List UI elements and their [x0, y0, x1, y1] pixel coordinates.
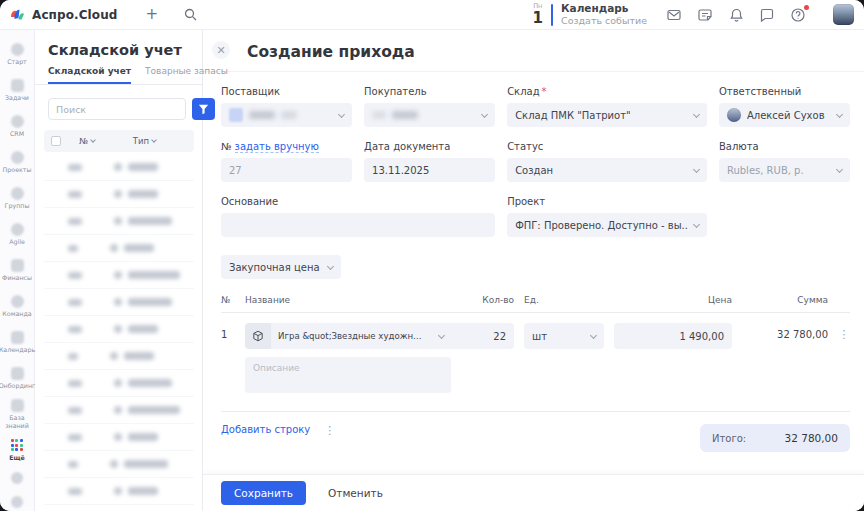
sidebar-item-groups[interactable]: Группы: [0, 180, 35, 216]
project-select[interactable]: ФПГ: Проверено. Доступно - вы..: [507, 213, 707, 237]
list-item[interactable]: [44, 451, 194, 478]
field-basis: Основание: [221, 196, 495, 237]
tab-goods-stock[interactable]: Товарные запасы: [145, 66, 228, 84]
create-event-link[interactable]: Создать событие: [561, 15, 647, 27]
sidebar-item-team[interactable]: Команда: [0, 288, 35, 324]
responsible-select[interactable]: Алексей Сухов: [719, 103, 850, 127]
list-item[interactable]: [44, 208, 194, 235]
groups-icon: [11, 187, 24, 200]
select-all-checkbox[interactable]: [51, 136, 61, 146]
field-number: № задать вручную 27: [221, 141, 352, 182]
chevron-down-icon: [693, 165, 700, 172]
sidebar-item-more[interactable]: Ещё: [0, 432, 35, 468]
buyer-select[interactable]: [364, 103, 495, 127]
items-table-header: № Название Кол-во Ед. Цена Сумма: [221, 295, 850, 313]
required-mark: *: [542, 86, 547, 97]
sidebar-item-start[interactable]: Старт: [0, 36, 35, 72]
list-item[interactable]: [44, 235, 194, 262]
chevron-down-icon: [590, 331, 597, 338]
create-plus-button[interactable]: +: [145, 7, 158, 22]
list-item[interactable]: [44, 316, 194, 343]
total-label: Итого:: [712, 433, 746, 444]
item-name-select[interactable]: Игра &quot;Звездные художники&quot;: [245, 323, 451, 349]
app-logo[interactable]: Аспро.Cloud: [10, 8, 117, 22]
knowledge-base-icon: [11, 399, 24, 412]
help-icon[interactable]: [789, 6, 807, 24]
app-name: Аспро.Cloud: [32, 8, 117, 22]
save-button[interactable]: Сохранить: [221, 481, 306, 505]
mail-icon[interactable]: [665, 6, 683, 24]
calendar-nav-icon: [11, 331, 24, 344]
set-number-manually-link[interactable]: задать вручную: [235, 141, 319, 153]
sidebar-item-projects[interactable]: Проекты: [0, 144, 35, 180]
status-select[interactable]: Создан: [507, 158, 707, 182]
list-item[interactable]: [44, 397, 194, 424]
price-type-select[interactable]: Закупочная цена: [221, 255, 341, 279]
item-sum: 32 780,00: [742, 323, 828, 340]
sidebar-item-tasks[interactable]: Задачи: [0, 72, 35, 108]
rail-extra-icon-2[interactable]: [11, 496, 23, 508]
bell-icon[interactable]: [727, 6, 745, 24]
list-header: № Тип: [44, 130, 194, 152]
rail-extra-icon-1[interactable]: [11, 472, 23, 484]
tab-warehouse-accounting[interactable]: Складской учет: [48, 66, 131, 84]
column-number[interactable]: №: [79, 136, 95, 146]
list-item[interactable]: [44, 370, 194, 397]
receipt-form-panel: ✕ Создание прихода Поставщик Покупатель: [203, 30, 864, 511]
team-icon: [11, 295, 24, 308]
list-item[interactable]: [44, 289, 194, 316]
field-supplier: Поставщик: [221, 86, 352, 127]
form-footer: Сохранить Отменить: [203, 474, 864, 511]
supplier-select[interactable]: [221, 103, 352, 127]
list-item[interactable]: [44, 154, 194, 181]
doc-date-input[interactable]: 13.11.2025: [364, 158, 495, 182]
number-input[interactable]: 27: [221, 158, 352, 182]
calendar-widget[interactable]: Пн 1 Календарь Создать событие: [533, 2, 647, 27]
sidebar-item-onboarding[interactable]: Онбординг: [0, 360, 35, 396]
field-status: Статус Создан: [507, 141, 707, 182]
item-unit-select[interactable]: шт: [524, 323, 604, 349]
currency-select[interactable]: Rubles, RUB, р.: [719, 158, 850, 182]
field-doc-date: Дата документа 13.11.2025: [364, 141, 495, 182]
sidebar-item-crm[interactable]: CRM: [0, 108, 35, 144]
filter-button[interactable]: [192, 98, 215, 120]
add-row-link[interactable]: Добавить строку: [221, 424, 310, 435]
chevron-down-icon: [327, 262, 334, 269]
panel-title: Складской учет: [35, 30, 202, 66]
sidebar-item-agile[interactable]: Agile: [0, 216, 35, 252]
sidebar-item-finances[interactable]: Финансы: [0, 252, 35, 288]
item-description-input[interactable]: [245, 357, 451, 393]
list-item[interactable]: [44, 343, 194, 370]
cancel-button[interactable]: Отменить: [322, 486, 389, 500]
nav-rail: Старт Задачи CRM Проекты Группы Agile Фи…: [0, 30, 35, 511]
sidebar-item-calendar[interactable]: Календарь: [0, 324, 35, 360]
supplier-avatar: [229, 108, 243, 122]
chat-icon[interactable]: [758, 6, 776, 24]
chevron-down-icon: [836, 110, 843, 117]
global-search-icon[interactable]: [184, 8, 197, 21]
field-currency: Валюта Rubles, RUB, р.: [719, 141, 850, 182]
notes-icon[interactable]: [696, 6, 714, 24]
list-item[interactable]: [44, 478, 194, 505]
close-icon[interactable]: ✕: [212, 41, 230, 59]
sidebar-item-knowledge-base[interactable]: База знаний: [0, 396, 35, 432]
responsible-avatar: [727, 108, 741, 122]
field-buyer: Покупатель: [364, 86, 495, 127]
user-avatar[interactable]: [833, 4, 854, 25]
item-menu-dots[interactable]: ⋮: [838, 323, 850, 340]
item-name-text: Игра &quot;Звездные художники&quot;: [271, 331, 426, 341]
item-price-input[interactable]: 1 490,00: [614, 323, 732, 349]
sort-caret-icon: [151, 137, 157, 143]
basis-input[interactable]: [221, 213, 495, 237]
column-type[interactable]: Тип: [133, 136, 156, 146]
list-item[interactable]: [44, 181, 194, 208]
onboarding-icon: [11, 367, 24, 380]
list-item[interactable]: [44, 424, 194, 451]
logo-icon: [10, 8, 25, 22]
search-input[interactable]: [48, 98, 186, 120]
warehouse-select[interactable]: Склад ПМК "Патриот": [507, 103, 707, 127]
total-box: Итого: 32 780,00: [700, 424, 850, 452]
list-item[interactable]: [44, 262, 194, 289]
item-number: 1: [221, 323, 235, 340]
add-row-menu-dots[interactable]: ⋮: [324, 424, 335, 437]
